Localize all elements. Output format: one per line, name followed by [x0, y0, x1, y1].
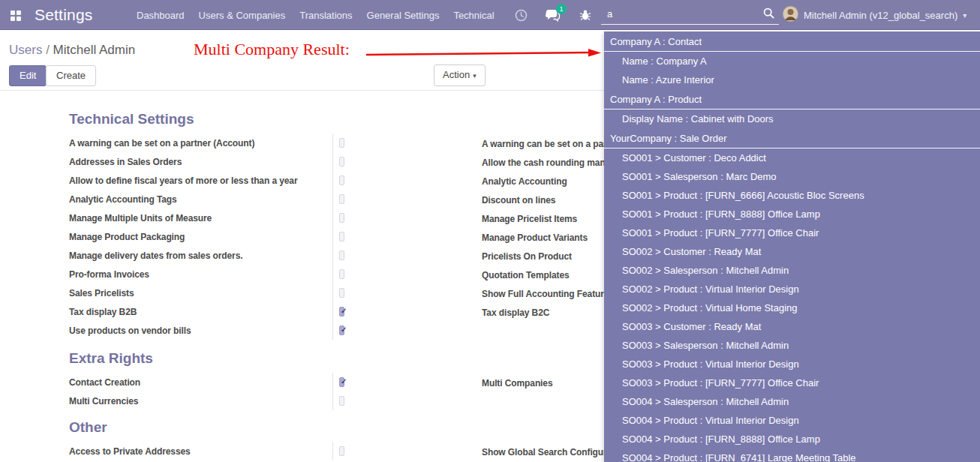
- dropdown-result-item[interactable]: SO002 > Product : Virtual Interior Desig…: [604, 280, 980, 298]
- dropdown-result-item[interactable]: SO003 > Salesperson : Mitchell Admin: [604, 336, 980, 355]
- dropdown-result-item[interactable]: SO002 > Customer : Ready Mat: [604, 242, 980, 261]
- breadcrumb-current: Mitchell Admin: [53, 43, 136, 57]
- setting-checkbox[interactable]: [339, 213, 344, 223]
- search-results-dropdown: Company A : Contact Name : Company AName…: [604, 32, 980, 462]
- menu-item[interactable]: Dashboard: [137, 10, 185, 21]
- setting-label: Use products on vendor bills: [69, 326, 332, 336]
- setting-label-right: Analytic Accounting: [482, 176, 567, 187]
- setting-label-right: Discount on lines: [482, 195, 555, 206]
- setting-label: Sales Pricelists: [69, 288, 332, 298]
- setting-checkbox[interactable]: [339, 269, 344, 279]
- menu-item[interactable]: Translations: [299, 10, 352, 21]
- messages-count-badge: 1: [556, 4, 567, 14]
- setting-checkbox[interactable]: [339, 446, 344, 456]
- dropdown-result-item[interactable]: SO003 > Product : Virtual Interior Desig…: [604, 355, 980, 374]
- checkbox-cell: [332, 134, 344, 152]
- setting-checkbox[interactable]: [339, 194, 344, 204]
- create-button[interactable]: Create: [46, 65, 96, 86]
- nav-icons: 1: [513, 0, 593, 30]
- dropdown-result-item[interactable]: SO001 > Salesperson : Marc Demo: [604, 167, 980, 186]
- avatar: [783, 6, 798, 25]
- setting-label-right: Manage Pricelist Items: [482, 214, 577, 224]
- search-icon[interactable]: [763, 8, 774, 22]
- messages-icon[interactable]: 1: [546, 8, 561, 22]
- section-title: Technical Settings: [69, 110, 605, 129]
- annotation-arrow-icon: [366, 46, 602, 60]
- checkbox-cell: [332, 171, 344, 190]
- dropdown-result-item[interactable]: SO003 > Product : [FURN_7777] Office Cha…: [604, 374, 980, 392]
- breadcrumb-separator: /: [42, 43, 53, 57]
- dropdown-result-item[interactable]: SO003 > Customer : Ready Mat: [604, 317, 980, 336]
- settings-row: Manage Multiple Units of Measure Manage …: [69, 208, 605, 227]
- checkbox-cell: [332, 190, 344, 208]
- checkbox-cell: [332, 284, 344, 302]
- dropdown-result-item[interactable]: SO001 > Product : [FURN_8888] Office Lam…: [604, 205, 980, 224]
- setting-checkbox[interactable]: [339, 250, 344, 260]
- checkbox-cell: [332, 265, 344, 284]
- setting-checkbox[interactable]: [339, 377, 344, 387]
- dropdown-group-items: Name : Company AName : Azure Interior: [604, 52, 980, 89]
- setting-checkbox[interactable]: [339, 326, 344, 335]
- setting-checkbox[interactable]: [339, 307, 344, 316]
- setting-label: Contact Creation: [69, 377, 332, 388]
- settings-row: Addresses in Sales Orders Allow the cash…: [69, 152, 605, 171]
- apps-menu-icon[interactable]: [11, 10, 21, 21]
- activities-clock-icon[interactable]: [513, 8, 528, 22]
- setting-checkbox[interactable]: [339, 396, 344, 406]
- section-title: Other: [69, 418, 605, 437]
- checkbox-cell: [332, 152, 344, 171]
- debug-bug-icon[interactable]: [578, 8, 593, 22]
- dropdown-result-item[interactable]: SO004 > Product : [FURN_8888] Office Lam…: [604, 430, 980, 448]
- app-title: Settings: [35, 0, 92, 30]
- setting-label: Pro-forma Invoices: [69, 269, 332, 280]
- dropdown-result-item[interactable]: SO001 > Product : [FURN_6666] Acoustic B…: [604, 186, 980, 205]
- dropdown-result-item[interactable]: SO002 > Product : Virtual Home Staging: [604, 298, 980, 317]
- settings-row: Manage delivery dates from sales orders.…: [69, 246, 605, 265]
- section-rows: A warning can be set on a partner (Accou…: [69, 134, 605, 340]
- dropdown-result-item[interactable]: SO002 > Salesperson : Mitchell Admin: [604, 261, 980, 280]
- setting-label: Manage delivery dates from sales orders.: [69, 250, 332, 261]
- checkbox-cell: [332, 227, 344, 246]
- menu-item[interactable]: Users & Companies: [199, 10, 286, 21]
- settings-row: Allow to define fiscal years of more or …: [69, 171, 605, 190]
- setting-checkbox[interactable]: [339, 157, 344, 166]
- section-title: Extra Rights: [69, 349, 605, 368]
- dropdown-result-item[interactable]: SO004 > Product : Virtual Interior Desig…: [604, 411, 980, 430]
- settings-row: Sales Pricelists Show Full Accounting Fe…: [69, 284, 605, 302]
- dropdown-group-header: Company A : Product: [604, 89, 980, 110]
- dropdown-result-item[interactable]: SO001 > Product : [FURN_7777] Office Cha…: [604, 224, 980, 242]
- dropdown-result-item[interactable]: Name : Azure Interior: [604, 70, 980, 89]
- dropdown-result-item[interactable]: SO001 > Customer : Deco Addict: [604, 148, 980, 167]
- settings-row: Tax display B2B Tax display B2C: [69, 302, 605, 321]
- settings-row: Analytic Accounting Tags Discount on lin…: [69, 190, 605, 208]
- caret-down-icon: ▾: [473, 72, 476, 80]
- settings-form: Technical Settings A warning can be set …: [69, 105, 605, 460]
- setting-checkbox[interactable]: [339, 232, 344, 242]
- dropdown-result-item[interactable]: SO004 > Salesperson : Mitchell Admin: [604, 392, 980, 411]
- dropdown-result-item[interactable]: Name : Company A: [604, 52, 980, 70]
- settings-row: Pro-forma Invoices Quotation Templates: [69, 265, 605, 284]
- setting-checkbox[interactable]: [339, 176, 344, 185]
- dropdown-result-item[interactable]: SO004 > Product : [FURN_6741] Large Meet…: [604, 448, 980, 462]
- nav-menu: Dashboard Users & Companies Translations…: [137, 0, 495, 30]
- setting-checkbox[interactable]: [339, 138, 344, 148]
- menu-item[interactable]: General Settings: [367, 10, 440, 21]
- navbar: Settings Dashboard Users & Companies Tra…: [0, 0, 980, 30]
- user-menu[interactable]: Mitchell Admin (v12_global_search) ▾: [783, 0, 966, 30]
- dropdown-result-item[interactable]: Display Name : Cabinet with Doors: [604, 110, 980, 128]
- breadcrumb-link-users[interactable]: Users: [9, 43, 42, 57]
- checkbox-cell: [332, 442, 344, 460]
- global-search-input[interactable]: [601, 8, 763, 21]
- checkbox-cell: [332, 321, 344, 340]
- section-rows: Contact Creation Multi Companies Multi C…: [69, 373, 605, 410]
- setting-checkbox[interactable]: [339, 288, 344, 298]
- menu-item[interactable]: Technical: [453, 10, 494, 21]
- edit-button[interactable]: Edit: [9, 65, 47, 86]
- global-search-box: [601, 4, 779, 25]
- breadcrumb: Users / Mitchell Admin: [9, 43, 135, 58]
- settings-row: Contact Creation Multi Companies: [69, 373, 605, 392]
- setting-label: Manage Multiple Units of Measure: [69, 213, 332, 224]
- settings-row: Access to Private Addresses Show Global …: [69, 442, 605, 460]
- setting-label-right: Pricelists On Product: [482, 251, 572, 262]
- action-menu-button[interactable]: Action▾: [434, 64, 485, 86]
